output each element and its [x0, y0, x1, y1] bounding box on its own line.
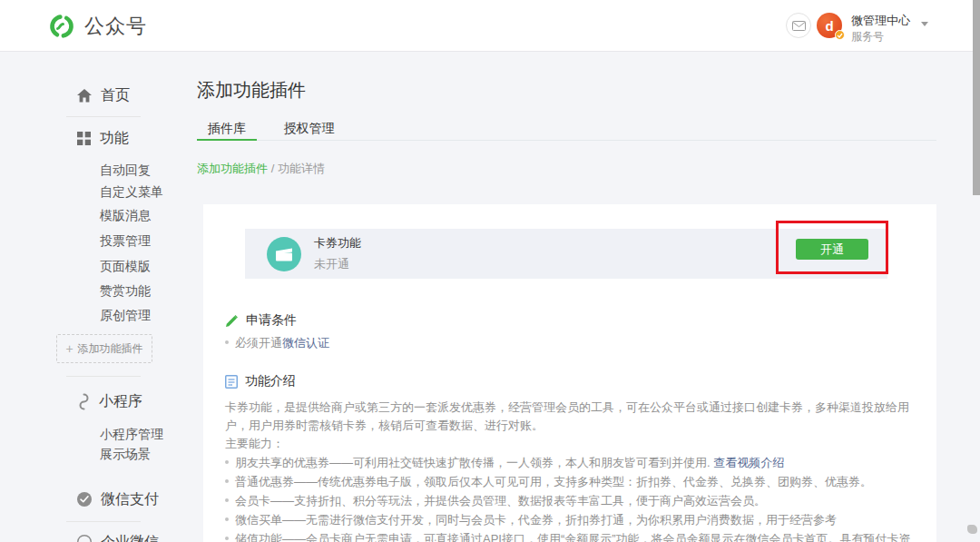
sidebar-item-label: 微信支付 [101, 490, 159, 509]
verified-badge-icon [835, 30, 845, 40]
apply-condition-item: 必须开通微信认证 [225, 334, 915, 352]
feature-description: 卡券功能，是提供给商户或第三方的一套派发优惠券，经营管理会员的工具，可在公众平台… [225, 399, 915, 435]
bullet-dot [225, 479, 229, 483]
breadcrumb-root-link[interactable]: 添加功能插件 [197, 162, 268, 175]
plugin-detail-panel: 卡券功能 未开通 开通 申请条件 必须开通微信认证 [203, 204, 936, 542]
plugin-status: 未开通 [314, 256, 361, 272]
avatar-glyph: d [825, 18, 833, 34]
sidebar-item-display-scenes[interactable]: 展示场景 [100, 445, 151, 463]
capability-item: 会员卡——支持折扣、积分等玩法，并提供会员管理、数据报表等丰富工具，便于商户高效… [225, 492, 915, 510]
pen-icon [225, 314, 239, 328]
capability-item: 普通优惠券——传统优惠券电子版，领取后仅本人可见可用，支持多种类型：折扣券、代金… [225, 473, 915, 491]
scrollbar-thumb[interactable] [973, 0, 980, 195]
wechat-mp-admin-page: 公众号 d 微管理中心 服务号 [0, 0, 980, 542]
account-info: 微管理中心 服务号 [851, 13, 910, 42]
mail-button[interactable] [786, 13, 811, 38]
condition-text: 必须开通 [235, 336, 282, 350]
brand-logo: 公众号 [49, 13, 147, 40]
sidebar-item-miniprogram-management[interactable]: 小程序管理 [100, 425, 163, 443]
sidebar-divider [66, 116, 141, 117]
sidebar-item-reward[interactable]: 赞赏功能 [100, 281, 151, 300]
capability-text: 朋友共享的优惠券——可利用社交链快速扩散传播，一人领券，本人和朋友皆可看到并使用… [235, 456, 710, 469]
card-coupon-icon [267, 237, 301, 271]
account-name: 微管理中心 [851, 15, 910, 26]
sidebar-item-enterprise-wechat[interactable]: 企业微信 [77, 532, 159, 542]
add-plugin-label: 添加功能插件 [78, 341, 143, 357]
sidebar-item-miniprogram[interactable]: 小程序 [77, 391, 142, 411]
capability-item: 储值功能——会员卡商户无需申请，可直接通过API接口，使用“余额展示”功能，将会… [225, 530, 915, 542]
document-icon [225, 375, 238, 389]
envelope-icon [792, 21, 806, 31]
wechat-verification-link[interactable]: 微信认证 [282, 336, 329, 350]
capability-item: 微信买单——无需进行微信支付开发，同时与会员卡，代金券，折扣券打通，为你积累用户… [225, 511, 915, 529]
account-avatar[interactable]: d [817, 13, 842, 38]
tab-plugin-library[interactable]: 插件库 [197, 120, 257, 141]
sidebar-item-auto-reply[interactable]: 自动回复 [100, 161, 151, 179]
bullet-dot [225, 460, 229, 464]
capability-item: 朋友共享的优惠券——可利用社交链快速扩散传播，一人领券，本人和朋友皆可看到并使用… [225, 454, 915, 472]
logo-text: 公众号 [84, 13, 147, 40]
plugin-info: 卡券功能 未开通 [314, 235, 361, 272]
bullet-dot [225, 537, 229, 540]
capability-list: 朋友共享的优惠券——可利用社交链快速扩散传播，一人领券，本人和朋友皆可看到并使用… [225, 454, 915, 542]
capability-text: 会员卡——支持折扣、积分等玩法，并提供会员管理、数据报表等丰富工具，便于商户高效… [235, 494, 766, 508]
grid-icon [77, 132, 91, 145]
wechat-mp-logo-icon [49, 14, 74, 39]
ellipsis-indicator: … [426, 531, 439, 542]
top-header: 公众号 d 微管理中心 服务号 [0, 0, 980, 52]
apply-conditions-section-header: 申请条件 [225, 311, 915, 330]
sidebar-item-features[interactable]: 功能 [77, 128, 129, 148]
capability-text: 普通优惠券——传统优惠券电子版，领取后仅本人可见可用，支持多种类型：折扣券、代金… [235, 475, 872, 488]
header-right: d 微管理中心 服务号 [786, 13, 928, 42]
open-plugin-button[interactable]: 开通 [796, 239, 868, 260]
sidebar-item-custom-menu[interactable]: 自定义菜单 [100, 182, 163, 201]
sidebar-item-page-template[interactable]: 页面模版 [100, 257, 151, 275]
miniprogram-icon [77, 393, 90, 410]
sidebar-item-original-management[interactable]: 原创管理 [100, 306, 151, 324]
bullet-dot [225, 340, 229, 344]
sidebar-item-vote-management[interactable]: 投票管理 [100, 232, 151, 250]
plugin-name: 卡券功能 [314, 235, 361, 251]
sidebar-item-label: 首页 [101, 86, 130, 105]
breadcrumb-separator: / [271, 162, 275, 175]
capabilities-label: 主要能力： [225, 435, 915, 453]
sidebar-item-label: 小程序 [99, 392, 142, 411]
sidebar-divider [66, 376, 141, 377]
sidebar-item-template-message[interactable]: 模版消息 [100, 206, 151, 224]
feature-intro-section-header: 功能介绍 [225, 372, 915, 390]
tab-auth-management[interactable]: 授权管理 [272, 120, 345, 141]
bullet-dot [225, 498, 229, 502]
video-intro-link[interactable]: 查看视频介绍 [713, 456, 784, 469]
bullet-dot [225, 517, 229, 521]
breadcrumb: 添加功能插件 / 功能详情 [197, 161, 325, 177]
sidebar-divider [66, 521, 141, 522]
sidebar-item-home[interactable]: 首页 [77, 85, 130, 105]
page-title: 添加功能插件 [197, 78, 306, 103]
capability-text: 储值功能——会员卡商户无需申请，可直接通过API接口，使用“余额展示”功能，将会… [225, 532, 911, 542]
sidebar-add-plugin-button[interactable]: + 添加功能插件 [56, 334, 152, 363]
section-title: 功能介绍 [245, 373, 296, 389]
section-title: 申请条件 [246, 312, 297, 329]
capability-text: 微信买单——无需进行微信支付开发，同时与会员卡，代金券，折扣券打通，为你积累用户… [235, 513, 837, 527]
sidebar-item-wechat-pay[interactable]: 微信支付 [77, 489, 159, 509]
home-icon [77, 89, 92, 103]
plus-icon: + [65, 342, 73, 355]
sidebar-item-label: 功能 [100, 129, 129, 148]
enterprise-wechat-icon [77, 535, 92, 542]
cursor-artifact [967, 525, 977, 534]
tab-bar: 插件库 授权管理 [197, 120, 936, 141]
account-type: 服务号 [851, 31, 910, 42]
plugin-sections: 申请条件 必须开通微信认证 功能介绍 卡券功能，是提供给商户或第三方的一套派发优… [225, 311, 915, 542]
breadcrumb-current: 功能详情 [278, 162, 325, 175]
sidebar-item-label: 企业微信 [101, 533, 159, 542]
chevron-down-icon[interactable] [921, 22, 928, 26]
wechat-pay-icon [77, 492, 92, 507]
